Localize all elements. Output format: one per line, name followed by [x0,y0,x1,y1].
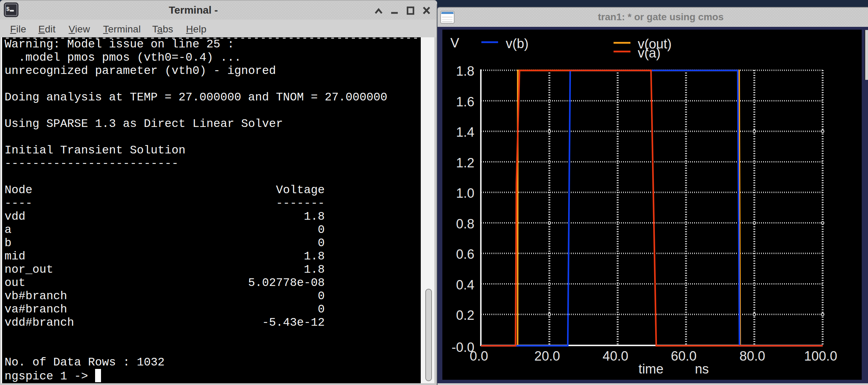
svg-text:0.8: 0.8 [456,217,474,231]
svg-text:1.8: 1.8 [456,64,474,78]
svg-text:1.4: 1.4 [456,125,474,139]
svg-text:100.0: 100.0 [804,349,837,363]
svg-text:time: time [638,362,664,376]
svg-text:V: V [450,36,459,50]
svg-text:1.0: 1.0 [456,186,474,201]
svg-text:20.0: 20.0 [534,349,560,363]
svg-text:1.6: 1.6 [456,95,474,109]
svg-text:80.0: 80.0 [739,349,765,363]
svg-text:40.0: 40.0 [603,349,628,363]
svg-text:0.6: 0.6 [456,247,474,262]
svg-text:0.2: 0.2 [456,308,474,323]
svg-text:60.0: 60.0 [671,349,697,363]
svg-text:0.0: 0.0 [470,349,488,363]
svg-text:v(a): v(a) [638,46,660,60]
svg-text:1.2: 1.2 [456,156,474,170]
svg-text:v(b): v(b) [506,36,528,51]
svg-text:$: $ [6,6,10,13]
svg-text:ns: ns [695,362,709,376]
svg-text:0.4: 0.4 [456,278,474,292]
